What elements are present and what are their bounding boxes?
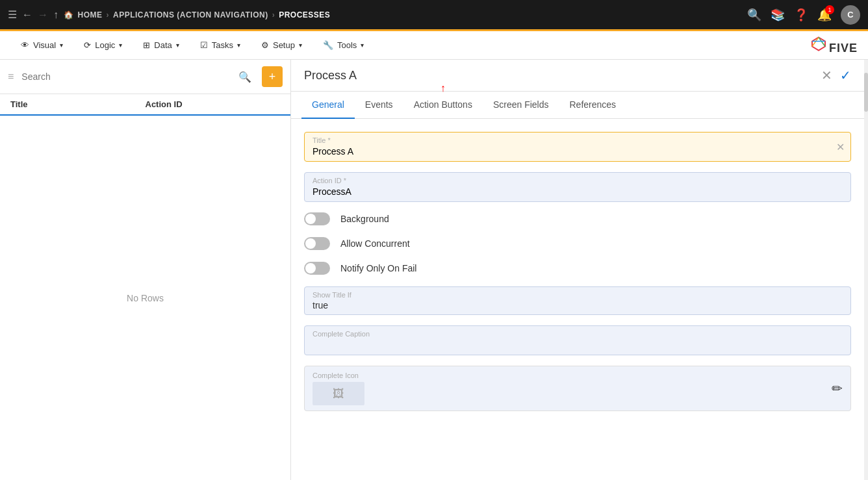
action-id-field: Action ID * — [304, 172, 851, 202]
user-avatar[interactable]: C — [841, 5, 860, 25]
five-logo: FIVE — [811, 36, 858, 55]
top-navigation-bar: ☰ ← → ↑ 🏠 HOME › APPLICATIONS (ACTION NA… — [0, 0, 868, 31]
books-icon[interactable]: 📚 — [771, 8, 785, 22]
data-dropdown-icon: ▾ — [176, 42, 179, 49]
help-icon[interactable]: ❓ — [794, 8, 808, 22]
edit-icon-button[interactable]: ✏ — [832, 381, 843, 396]
notify-label: Notify Only On Fail — [340, 263, 416, 273]
panel-title: Process A — [304, 69, 821, 82]
background-toggle[interactable] — [304, 212, 330, 225]
notify-toggle-row: Notify Only On Fail — [304, 262, 851, 275]
action-id-label: Action ID * — [313, 177, 843, 184]
gear-icon: ⚙ — [261, 40, 269, 50]
title-input-container: Title * — [304, 132, 851, 162]
add-button[interactable]: + — [262, 66, 283, 87]
tab-general[interactable]: General — [301, 92, 355, 119]
panel-close-button[interactable]: ✕ — [821, 68, 832, 83]
eye-icon: 👁 — [21, 40, 29, 50]
top-bar-left: ☰ ← → ↑ 🏠 HOME › APPLICATIONS (ACTION NA… — [8, 8, 742, 21]
logic-icon: ⟳ — [84, 40, 91, 50]
title-input[interactable] — [313, 146, 824, 157]
nav-tools[interactable]: 🔧 Tools ▾ — [313, 31, 374, 60]
logic-dropdown-icon: ▾ — [119, 42, 122, 49]
sidebar-table-header: Title Action ID — [0, 94, 290, 116]
show-title-label: Show Title If — [313, 291, 843, 299]
breadcrumb: 🏠 HOME › APPLICATIONS (ACTION NAVIGATION… — [64, 10, 330, 19]
show-title-field: Show Title If true — [304, 286, 851, 315]
allow-concurrent-toggle-row: Allow Concurrent — [304, 237, 851, 250]
nav-setup[interactable]: ⚙ Setup ▾ — [251, 31, 313, 60]
back-icon[interactable]: ← — [22, 9, 32, 21]
complete-caption-label: Complete Caption — [313, 330, 843, 338]
action-id-input[interactable] — [313, 186, 843, 197]
breadcrumb-sep-2: › — [272, 10, 275, 19]
notification-icon[interactable]: 🔔 1 — [817, 8, 832, 22]
home-icon: 🏠 — [64, 10, 74, 19]
show-title-container: Show Title If true — [304, 286, 851, 315]
tab-screen-fields[interactable]: Screen Fields — [483, 92, 559, 119]
show-title-value: true — [313, 300, 843, 310]
setup-dropdown-icon: ▾ — [299, 42, 302, 49]
nav-logic-label: Logic — [95, 40, 115, 50]
complete-icon-container: Complete Icon 🖼 ✏ — [304, 366, 851, 411]
tab-action-buttons[interactable]: Action Buttons ↑ — [403, 92, 483, 119]
data-grid-icon: ⊞ — [143, 40, 150, 50]
icon-preview: 🖼 — [313, 382, 364, 405]
tab-events[interactable]: Events — [355, 92, 403, 119]
breadcrumb-processes[interactable]: PROCESSES — [279, 10, 330, 19]
col-title: Title — [10, 99, 146, 109]
title-field: Title * ✕ — [304, 132, 851, 162]
tasks-dropdown-icon: ▾ — [237, 42, 240, 49]
nav-tasks[interactable]: ☑ Tasks ▾ — [190, 31, 251, 60]
complete-icon-field: Complete Icon 🖼 ✏ — [304, 366, 851, 411]
tools-icon: 🔧 — [323, 40, 333, 50]
nav-tools-label: Tools — [337, 40, 357, 50]
complete-caption-field: Complete Caption — [304, 325, 851, 355]
nav-data-label: Data — [154, 40, 172, 50]
title-clear-button[interactable]: ✕ — [836, 141, 845, 153]
up-icon[interactable]: ↑ — [53, 9, 58, 21]
nav-logic[interactable]: ⟳ Logic ▾ — [73, 31, 133, 60]
action-id-input-container: Action ID * — [304, 172, 851, 202]
notification-badge: 1 — [825, 5, 834, 14]
visual-dropdown-icon: ▾ — [60, 42, 63, 49]
top-bar-right: 🔍 📚 ❓ 🔔 1 C — [747, 5, 860, 25]
nav-tasks-label: Tasks — [212, 40, 233, 50]
panel-header: Process A ✕ ✓ — [291, 60, 864, 92]
image-placeholder-icon: 🖼 — [333, 387, 344, 401]
title-input-wrapper: Title * ✕ — [304, 132, 851, 162]
panel-save-button[interactable]: ✓ — [840, 68, 851, 83]
forward-icon[interactable]: → — [38, 9, 48, 21]
nav-visual-label: Visual — [33, 40, 56, 50]
complete-icon-label: Complete Icon — [313, 372, 364, 379]
sidebar-body: No Rows — [0, 116, 290, 480]
nav-data[interactable]: ⊞ Data ▾ — [133, 31, 189, 60]
col-action-id: Action ID — [146, 99, 281, 109]
notify-toggle[interactable] — [304, 262, 330, 275]
complete-caption-input[interactable] — [313, 340, 843, 350]
scrollbar-thumb[interactable] — [864, 73, 868, 112]
breadcrumb-sep-1: › — [107, 10, 110, 19]
allow-concurrent-toggle[interactable] — [304, 237, 330, 250]
five-logo-text: FIVE — [829, 41, 858, 54]
sidebar: ≡ 🔍 + Title Action ID No Rows — [0, 60, 291, 480]
search-cloud-icon[interactable]: 🔍 — [747, 8, 761, 22]
breadcrumb-applications[interactable]: APPLICATIONS (ACTION NAVIGATION) — [113, 10, 268, 19]
red-arrow-indicator: ↑ — [440, 82, 446, 94]
main-content: ≡ 🔍 + Title Action ID No Rows Process A … — [0, 60, 868, 480]
nav-setup-label: Setup — [273, 40, 295, 50]
tools-dropdown-icon: ▾ — [361, 42, 364, 49]
tab-references[interactable]: References — [559, 92, 627, 119]
scrollbar[interactable] — [864, 60, 868, 480]
search-input[interactable] — [21, 71, 233, 82]
five-logo-icon — [811, 36, 826, 51]
hamburger-icon[interactable]: ☰ — [8, 8, 17, 21]
right-panel: Process A ✕ ✓ General Events Action Butt… — [291, 60, 864, 480]
complete-caption-container: Complete Caption — [304, 325, 851, 355]
tasks-icon: ☑ — [200, 40, 208, 50]
second-navigation-bar: 👁 Visual ▾ ⟳ Logic ▾ ⊞ Data ▾ ☑ Tasks ▾ … — [0, 31, 868, 60]
breadcrumb-home[interactable]: HOME — [78, 10, 103, 19]
background-toggle-row: Background — [304, 212, 851, 225]
nav-visual[interactable]: 👁 Visual ▾ — [10, 31, 73, 60]
filter-icon: ≡ — [8, 71, 14, 82]
